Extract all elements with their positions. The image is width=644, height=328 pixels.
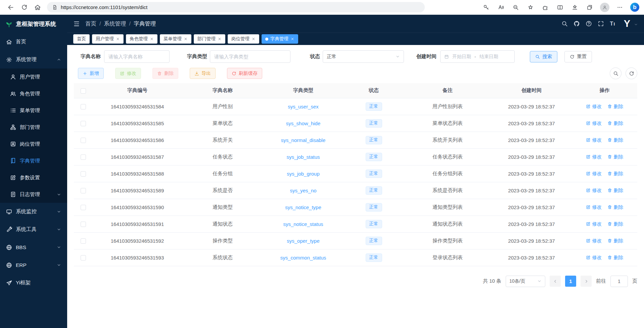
- add-button[interactable]: 新增: [78, 68, 104, 79]
- dict-type-link[interactable]: sys_common_status: [280, 255, 326, 261]
- row-edit-button[interactable]: 修改: [586, 154, 602, 160]
- row-edit-button[interactable]: 修改: [586, 204, 602, 210]
- row-delete-button[interactable]: 删除: [607, 187, 624, 194]
- row-edit-button[interactable]: 修改: [586, 238, 602, 244]
- breadcrumb-item-home[interactable]: 首页: [85, 20, 96, 28]
- fullscreen-button[interactable]: [598, 20, 604, 27]
- tab-home[interactable]: 首页: [73, 34, 90, 44]
- page-size-select[interactable]: 10条/页: [506, 276, 545, 287]
- sidebar-item-yi-framework[interactable]: Yi框架: [0, 274, 67, 292]
- user-logo-badge[interactable]: Y: [624, 19, 630, 29]
- add-favorite-button[interactable]: [526, 2, 535, 12]
- reset-button[interactable]: 重置: [564, 51, 592, 62]
- dict-type-input[interactable]: [210, 50, 290, 63]
- row-delete-button[interactable]: 删除: [607, 171, 624, 177]
- sidebar-item-bbs[interactable]: BBS: [0, 238, 67, 256]
- sidebar-item-home[interactable]: 首页: [0, 33, 67, 51]
- sidebar-item-menu-management[interactable]: 菜单管理: [0, 102, 67, 119]
- tab-user-management[interactable]: 用户管理: [92, 34, 124, 44]
- row-checkbox[interactable]: [81, 171, 86, 177]
- breadcrumb-item-system[interactable]: 系统管理: [104, 20, 126, 28]
- status-select[interactable]: 正常: [323, 50, 404, 63]
- tab-role-management[interactable]: 角色管理: [126, 34, 157, 44]
- sidebar-item-system-monitor[interactable]: 系统监控: [0, 203, 67, 221]
- select-all-checkbox[interactable]: [81, 88, 86, 94]
- refresh-cache-button[interactable]: 刷新缓存: [227, 68, 262, 79]
- sidebar-item-log-management[interactable]: 日志管理: [0, 186, 67, 203]
- sidebar-item-dict-management[interactable]: 字典管理: [0, 152, 67, 169]
- split-screen-button[interactable]: [556, 2, 564, 12]
- row-checkbox[interactable]: [81, 104, 86, 109]
- goto-page-input[interactable]: [610, 276, 628, 287]
- tab-dict-management[interactable]: 字典管理: [262, 34, 298, 44]
- favorites-button[interactable]: [570, 2, 579, 12]
- row-delete-button[interactable]: 删除: [607, 221, 624, 227]
- row-delete-button[interactable]: 删除: [607, 254, 624, 261]
- row-edit-button[interactable]: 修改: [586, 187, 602, 194]
- row-delete-button[interactable]: 删除: [607, 103, 624, 110]
- dict-type-link[interactable]: sys_notice_type: [285, 204, 321, 210]
- sidebar-toggle-button[interactable]: [73, 20, 80, 27]
- header-search-button[interactable]: [561, 20, 568, 27]
- dict-type-link[interactable]: sys_job_group: [287, 171, 320, 177]
- row-checkbox[interactable]: [81, 188, 86, 193]
- toggle-search-button[interactable]: [610, 67, 622, 79]
- row-checkbox[interactable]: [81, 255, 86, 261]
- delete-button[interactable]: 删除: [152, 68, 178, 79]
- row-edit-button[interactable]: 修改: [586, 221, 602, 227]
- browser-refresh-button[interactable]: [18, 2, 30, 13]
- browser-home-button[interactable]: [32, 2, 44, 13]
- sidebar-item-param-settings[interactable]: 参数设置: [0, 169, 67, 186]
- address-bar[interactable]: https://ccnetcore.com:1101/system/dict: [47, 2, 425, 12]
- zoom-button[interactable]: [511, 2, 520, 12]
- close-icon[interactable]: [290, 37, 294, 41]
- search-button[interactable]: 搜索: [530, 51, 557, 62]
- close-icon[interactable]: [116, 37, 120, 41]
- close-icon[interactable]: [251, 37, 256, 41]
- dict-type-link[interactable]: sys_show_hide: [286, 121, 321, 126]
- font-size-button[interactable]: Tı: [610, 21, 615, 27]
- sidebar-item-user-management[interactable]: 用户管理: [0, 68, 67, 85]
- extensions-button[interactable]: [541, 2, 550, 12]
- dict-type-link[interactable]: sys_job_status: [286, 154, 320, 160]
- key-button[interactable]: [482, 2, 491, 12]
- close-icon[interactable]: [184, 37, 188, 41]
- dict-type-link[interactable]: sys_normal_disable: [281, 137, 326, 143]
- tab-dept-management[interactable]: 部门管理: [194, 34, 225, 44]
- sidebar-item-dept-management[interactable]: 部门管理: [0, 119, 67, 136]
- close-icon[interactable]: [218, 37, 222, 41]
- row-edit-button[interactable]: 修改: [586, 103, 602, 110]
- row-checkbox[interactable]: [81, 138, 86, 143]
- close-icon[interactable]: [150, 37, 154, 41]
- read-aloud-button[interactable]: [497, 2, 505, 12]
- chevron-down-icon[interactable]: [634, 22, 638, 27]
- sidebar-item-role-management[interactable]: 角色管理: [0, 85, 67, 102]
- collections-button[interactable]: [585, 2, 594, 12]
- row-delete-button[interactable]: 删除: [607, 154, 624, 160]
- export-button[interactable]: 导出: [190, 68, 216, 79]
- edit-button[interactable]: 修改: [115, 68, 141, 79]
- row-edit-button[interactable]: 修改: [586, 137, 602, 143]
- row-delete-button[interactable]: 删除: [607, 204, 624, 210]
- row-edit-button[interactable]: 修改: [586, 171, 602, 177]
- prev-page-button[interactable]: [550, 276, 561, 287]
- row-checkbox[interactable]: [81, 121, 86, 126]
- dict-type-link[interactable]: sys_notice_status: [283, 221, 323, 227]
- current-page[interactable]: 1: [565, 276, 576, 287]
- bing-icon[interactable]: b: [630, 3, 639, 12]
- dict-type-link[interactable]: sys_yes_no: [290, 188, 316, 193]
- row-checkbox[interactable]: [81, 222, 86, 227]
- row-checkbox[interactable]: [81, 238, 86, 244]
- help-button[interactable]: [586, 20, 592, 27]
- github-button[interactable]: [573, 20, 580, 27]
- next-page-button[interactable]: [581, 276, 592, 287]
- row-delete-button[interactable]: 删除: [607, 120, 624, 127]
- tab-post-management[interactable]: 岗位管理: [228, 34, 259, 44]
- sidebar-item-post-management[interactable]: 岗位管理: [0, 136, 67, 152]
- row-edit-button[interactable]: 修改: [586, 254, 602, 261]
- dict-name-input[interactable]: [104, 50, 170, 63]
- date-range-picker[interactable]: 开始日期 - 结束日期: [440, 50, 515, 63]
- row-edit-button[interactable]: 修改: [586, 120, 602, 127]
- row-delete-button[interactable]: 删除: [607, 238, 624, 244]
- dict-type-link[interactable]: sys_user_sex: [288, 104, 319, 109]
